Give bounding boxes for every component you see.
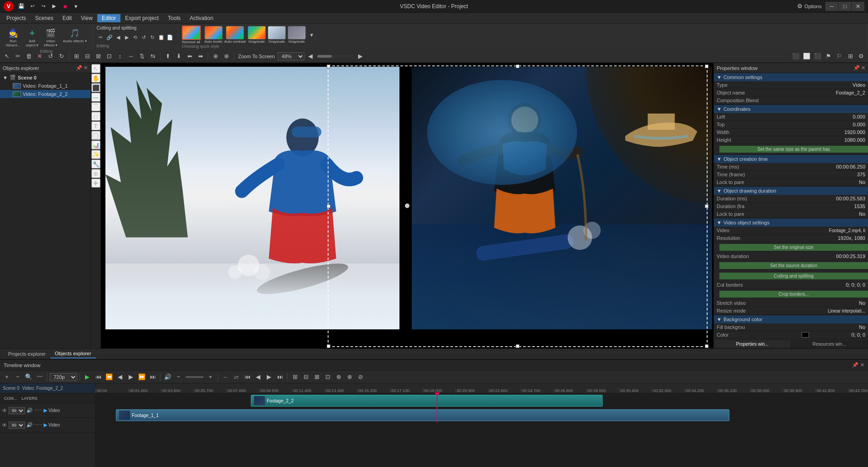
t2-r2[interactable]: ⬜ [802,51,812,61]
bg-color-header[interactable]: ▼ Background color [714,315,868,323]
right-btn[interactable]: ▶ [123,34,131,42]
copy-btn[interactable]: 📋 [157,34,165,42]
tl-vol-up[interactable]: + [205,372,215,382]
close-button[interactable]: ✕ [852,2,864,11]
lt-move[interactable]: ✋ [91,74,100,83]
tl-vol-slider[interactable]: − [174,372,184,382]
t2-layer2[interactable]: ⊗ [221,51,231,61]
tl-vol[interactable]: 🔊 [163,372,173,382]
tl-snap4[interactable]: ⊡ [323,372,333,382]
tl-snap6[interactable]: ⊗ [344,372,354,382]
t2-r3[interactable]: ⬛ [813,51,823,61]
timeline-close[interactable]: ✕ [860,362,864,368]
t2-align5[interactable]: ↕ [115,51,125,61]
props-pin[interactable]: 📌 [853,65,860,71]
scene-tree-item[interactable]: ▼ 🎬 Scene 0 [0,73,90,82]
t2-move1[interactable]: ⬆ [163,51,173,61]
objects-explorer-tab[interactable]: Objects explorer [50,349,96,358]
t2-align3[interactable]: ⊠ [93,51,103,61]
tl-remove[interactable]: − [13,372,23,382]
tl-snap2[interactable]: ⊟ [301,372,311,382]
t2-r6[interactable]: ⊞ [845,51,855,61]
tl-snap1[interactable]: ⊞ [290,372,300,382]
original-size-button[interactable]: Set the original size [719,244,868,251]
t2-cut[interactable]: ✂ [13,51,23,61]
creation-time-header[interactable]: ▼ Object creation time [714,155,868,163]
coordinates-header[interactable]: ▼ Coordinates [714,105,868,113]
merge-btn[interactable]: 🔗 [105,34,114,42]
tl-snap3[interactable]: ⊠ [312,372,322,382]
lt-crop[interactable]: ⬛ [91,83,100,92]
drawing-duration-header[interactable]: ▼ Object drawing duration [714,187,868,195]
t2-align6[interactable]: ↔ [126,51,136,61]
lt-filter[interactable]: 🔧 [91,159,100,169]
zoom-slider[interactable] [317,55,354,58]
lt-draw1[interactable]: — [91,93,100,102]
select-btn[interactable]: ↖ [2,51,12,61]
paste-btn[interactable]: 📄 [166,34,174,42]
quick-access-play[interactable]: ▶ [49,1,59,11]
t2-align4[interactable]: ⊡ [104,51,114,61]
menu-edit[interactable]: Edit [58,14,76,22]
clip-footage22[interactable]: Footage_2_2 [251,395,603,407]
tl-mark-out[interactable]: ⏥ [231,372,241,382]
menu-activation[interactable]: Activation [185,14,218,22]
t2-align8[interactable]: ⇆ [148,51,158,61]
objects-explorer-pin[interactable]: 📌 [76,65,82,71]
t2-r5[interactable]: ⚐ [834,51,844,61]
video-item-1[interactable]: Video: Footage_1_1 [0,82,90,90]
handle-bm[interactable] [516,344,519,348]
preview-area[interactable] [101,63,713,348]
com-btn[interactable]: COM... [3,393,19,403]
menu-export[interactable]: Export project [120,14,163,22]
tl-play[interactable]: ▶ [82,372,92,382]
quick-access-redo[interactable]: ↪ [38,1,48,11]
quick-access-dropdown[interactable]: ▼ [71,1,81,11]
t2-redo2[interactable]: ↻ [56,51,66,61]
redo-btn[interactable]: ↻ [149,34,157,42]
tl-prev-frame[interactable]: ⏪ [104,372,114,382]
track-1-vol[interactable]: 🔊 [26,407,33,413]
menu-scenes[interactable]: Scenes [30,14,58,22]
cut-btn[interactable]: ✂ [97,34,105,42]
tl-add[interactable]: + [2,372,12,382]
maximize-button[interactable]: □ [838,2,851,11]
video-effects-button[interactable]: 🎬 Videoeffects ▾ [42,25,60,49]
color-swatch[interactable] [802,332,809,338]
t2-r4[interactable]: ⚑ [823,51,833,61]
vol-slider[interactable] [185,376,204,378]
t2-r7[interactable]: ⚙ [856,51,866,61]
t2-x[interactable]: ✕ [35,51,45,61]
left-btn[interactable]: ◀ [114,34,122,42]
audio-effects-button[interactable]: 🎵 Audio effects ▾ [60,25,89,49]
t2-delete[interactable]: 🗑 [24,51,34,61]
tl-to-start[interactable]: ⏮ [93,372,103,382]
tl-next-mark2[interactable]: ⏭ [275,372,285,382]
lt-draw3[interactable]: □ [91,112,100,121]
run-wizard-button[interactable]: 🧙 RunWizard... [4,25,23,49]
rotate-btn[interactable]: ⟲ [131,34,140,42]
projects-explorer-tab[interactable]: Projects explorer [4,350,50,358]
video-settings-header[interactable]: ▼ Video object settings [714,219,868,227]
t2-move3[interactable]: ⬅ [185,51,195,61]
timeline-pin[interactable]: 📌 [852,362,858,368]
resolution-dropdown[interactable]: 720p 1080p [50,373,77,381]
track-1-eye[interactable]: 👁 [2,407,7,414]
t2-align7[interactable]: ⇅ [137,51,147,61]
undo-btn[interactable]: ↺ [140,34,148,42]
tl-step-fwd[interactable]: ▶ [126,372,136,382]
lt-select[interactable]: ↖ [91,64,100,73]
zoom-slider-right[interactable]: ▶ [355,51,365,61]
t2-move4[interactable]: ➡ [195,51,205,61]
tl-next-frame[interactable]: ⏩ [137,372,147,382]
lt-layers[interactable]: ⊕ [91,169,100,178]
tl-snap7[interactable]: ⊘ [355,372,365,382]
tl-mark-in[interactable]: ⏤ [220,372,230,382]
tl-step-back[interactable]: ◀ [115,372,125,382]
tl-to-end[interactable]: ⏭ [148,372,158,382]
t2-align2[interactable]: ⊟ [82,51,92,61]
tl-prev-mark[interactable]: ⏮ [242,372,252,382]
tl-snake[interactable]: 〰 [35,372,45,382]
tl-snap5[interactable]: ⊕ [334,372,344,382]
crop-borders-button[interactable]: Crop borders... [719,291,868,298]
